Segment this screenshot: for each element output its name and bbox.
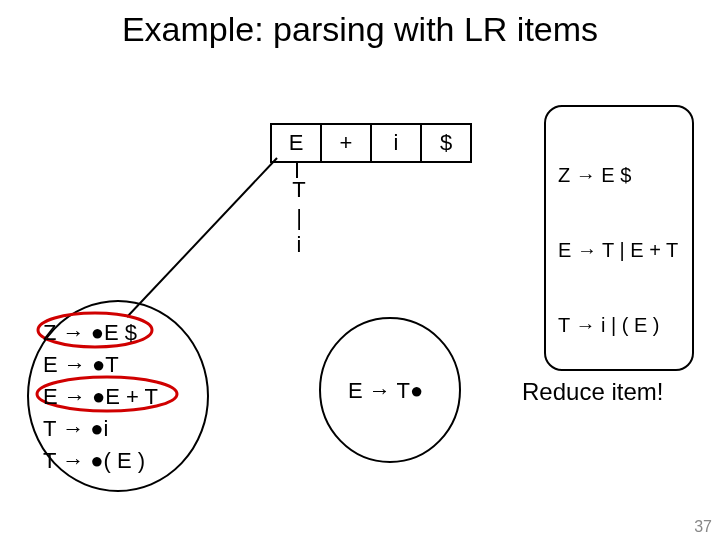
lr-item: T → ●i bbox=[43, 413, 158, 445]
grammar-rule: E → T | E + T bbox=[558, 238, 682, 263]
tape-cell: i bbox=[370, 123, 422, 163]
grammar-rule: T → i | ( E ) bbox=[558, 313, 682, 338]
reduce-item: E → T● bbox=[348, 378, 423, 404]
lr-item-set: Z → ●E $ E → ●T E → ●E + T T → ●i T → ●(… bbox=[43, 317, 158, 476]
stack-symbol: i bbox=[289, 231, 309, 259]
input-tape: E + i $ bbox=[270, 123, 472, 163]
lr-item: T → ●( E ) bbox=[43, 445, 158, 477]
lr-item: E → ●E + T bbox=[43, 381, 158, 413]
grammar-rule: Z → E $ bbox=[558, 163, 682, 188]
stack-symbol: T bbox=[289, 176, 309, 204]
lr-item: Z → ●E $ bbox=[43, 317, 158, 349]
tape-cell: $ bbox=[420, 123, 472, 163]
page-number: 37 bbox=[694, 518, 712, 536]
svg-line-0 bbox=[127, 158, 277, 317]
page-title: Example: parsing with LR items bbox=[0, 10, 720, 49]
lr-item: E → ●T bbox=[43, 349, 158, 381]
tape-cell: + bbox=[320, 123, 372, 163]
stack-column: T | i bbox=[289, 176, 309, 259]
tape-cell: E bbox=[270, 123, 322, 163]
stack-divider: | bbox=[289, 204, 309, 232]
grammar-box: Z → E $ E → T | E + T T → i | ( E ) bbox=[544, 105, 694, 371]
reduce-item-label: Reduce item! bbox=[522, 378, 663, 406]
